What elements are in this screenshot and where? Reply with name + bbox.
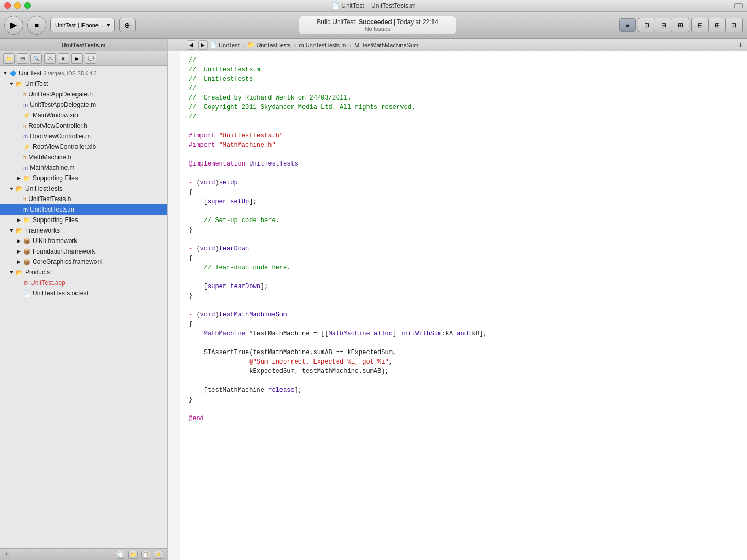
hide-navigator-btn[interactable]: ⊟ (692, 18, 709, 32)
folder-icon: 📂 (16, 269, 23, 276)
tree-item-supporting-files-2[interactable]: ▶ 📁 Supporting Files (0, 215, 167, 225)
tree-item-file[interactable]: m RootViewController.m (0, 131, 167, 141)
breadcrumb-file[interactable]: m UnitTestTests.m (299, 42, 347, 48)
breakpoint-btn[interactable]: 💬 (85, 53, 96, 64)
standard-editor-btn[interactable]: ⊡ (638, 18, 655, 32)
octest-icon: 📄 (23, 290, 30, 297)
hierarchy-btn[interactable]: ⊟ (17, 53, 28, 64)
hide-utilities-btn[interactable]: ⊡ (726, 18, 742, 32)
editor-area: ◀ ▶ 📄 UnitTest › 📁 UnitTestTests › m Uni… (168, 39, 747, 560)
toolbar-right: ≡ ⊡ ⊟ ⊞ ⊟ ⊞ ⊡ (619, 18, 743, 32)
tree-item-file[interactable]: h MathMachine.h (0, 152, 167, 162)
folder-icon-btn[interactable]: 📁 (3, 53, 15, 64)
spacer (16, 91, 22, 97)
version-editor-btn[interactable]: ⊞ (672, 18, 689, 32)
spacer (16, 133, 22, 139)
nav-back-btn[interactable]: ◀ (187, 40, 196, 50)
disclosure-icon: ▶ (16, 259, 22, 265)
breadcrumb-sep: › (349, 42, 351, 48)
close-button[interactable] (4, 2, 11, 9)
spacer (16, 206, 22, 213)
framework-icon: 📦 (23, 248, 30, 255)
tree-label: UnitTest (19, 70, 41, 77)
tree-item-file[interactable]: h RootViewController.h (0, 120, 167, 131)
tree-label: Foundation.framework (33, 248, 95, 255)
scheme-arrow: ▾ (107, 21, 110, 28)
editor-header: ◀ ▶ 📄 UnitTest › 📁 UnitTestTests › m Uni… (168, 39, 747, 51)
tree-item-selected-file[interactable]: m UnitTestTests.m (0, 204, 167, 215)
tree-item-unittesttests-folder[interactable]: ▼ 📂 UnitTestTests (0, 183, 167, 194)
add-item-btn[interactable]: + (4, 549, 10, 560)
tree-label: RootViewController.xib (33, 143, 96, 150)
tree-item-app[interactable]: ⚙ UnitTest.app (0, 278, 167, 288)
folder-icon: 📁 (23, 217, 30, 224)
tree-label: CoreGraphics.framework (33, 258, 102, 266)
clipboard-btn[interactable]: 📋 (141, 551, 150, 559)
tree-label: Supporting Files (33, 216, 78, 224)
run-button[interactable]: ▶ (4, 16, 23, 35)
tree-label: RootViewController.h (28, 122, 88, 129)
project-icon: 🔷 (9, 70, 17, 77)
nav-forward-btn[interactable]: ▶ (198, 40, 208, 50)
code-content[interactable]: // // UnitTestTests.m // UnitTestTests /… (180, 51, 747, 560)
stop-button[interactable]: ■ (27, 16, 46, 35)
breadcrumb-label: UnitTestTests (256, 42, 290, 48)
m-file-icon: m (23, 133, 28, 139)
tree-item-file[interactable]: ⚡ RootViewController.xib (0, 141, 167, 152)
tree-item-file[interactable]: h UnitTestAppDelegate.h (0, 89, 167, 100)
tree-item-unittest-folder[interactable]: ▼ 📂 UnitTest (0, 79, 167, 89)
disclosure-icon: ▼ (8, 227, 15, 234)
code-editor[interactable]: // // UnitTestTests.m // UnitTestTests /… (168, 51, 747, 560)
spacer (16, 280, 22, 286)
breadcrumb-method[interactable]: M -testMathMachineSum (354, 42, 418, 48)
minimize-button[interactable] (14, 2, 21, 9)
tree-label: Products (25, 269, 50, 276)
tree-item-framework[interactable]: ▶ 📦 UIKit.framework (0, 236, 167, 246)
build-status: Build UnitTest: Succeeded | Today at 22:… (140, 16, 615, 35)
tree-item-file[interactable]: m UnitTestAppDelegate.m (0, 100, 167, 110)
filter-bottom-btn[interactable]: ⚡ (154, 551, 163, 559)
tree-item-products[interactable]: ▼ 📂 Products (0, 267, 167, 278)
breadcrumb-folder[interactable]: 📁 UnitTestTests (247, 41, 290, 48)
tree-item-supporting-files-1[interactable]: ▶ 📁 Supporting Files (0, 173, 167, 183)
sidebar-toolbar: 📁 ⊟ 🔍 ⚠ ≡ ▶ 💬 (0, 51, 167, 66)
disclosure-icon: ▼ (8, 269, 15, 276)
filter-btn[interactable]: ≡ (58, 53, 69, 64)
tree-label: UnitTest.app (30, 279, 66, 287)
maximize-button[interactable] (24, 2, 31, 9)
action-button[interactable]: ⊕ (119, 18, 136, 32)
tree-item-frameworks[interactable]: ▼ 📂 Frameworks (0, 225, 167, 236)
tree-item-file[interactable]: m MathMachine.m (0, 162, 167, 173)
folder-icon: 📂 (16, 81, 23, 87)
sidebar-bottom-bar: + 🕐 📁 📋 ⚡ (0, 548, 167, 560)
tree-item-file[interactable]: ⚡ MainWindow.xib (0, 110, 167, 120)
warning-btn[interactable]: ⚠ (44, 53, 56, 64)
tree-label: UnitTestTests.m (30, 206, 74, 213)
tree-item-octest[interactable]: 📄 UnitTestTests.octest (0, 288, 167, 299)
tree-item-root[interactable]: ▼ 🔷 UnitTest 2 targets, iOS SDK 4.3 (0, 68, 167, 79)
search-sidebar-btn[interactable]: 🔍 (30, 53, 42, 64)
tree-label: UnitTestTests.h (28, 195, 71, 203)
tree-label: MainWindow.xib (33, 112, 78, 119)
run-sidebar-btn[interactable]: ▶ (71, 53, 83, 64)
editor-add-tab-btn[interactable]: + (738, 39, 743, 51)
breadcrumb-project[interactable]: 📄 UnitTest (210, 41, 240, 48)
history-btn[interactable]: 🕐 (116, 551, 125, 559)
assistant-editor-btn[interactable]: ⊟ (655, 18, 672, 32)
build-status-box: Build UnitTest: Succeeded | Today at 22:… (299, 16, 456, 35)
disclosure-icon: ▶ (16, 248, 22, 255)
xib-file-icon: ⚡ (23, 144, 30, 150)
tree-item-framework[interactable]: ▶ 📦 Foundation.framework (0, 246, 167, 257)
sidebar-header: UnitTestTests.m (0, 39, 167, 51)
editor-gutter (168, 51, 180, 560)
tree-item-file[interactable]: h UnitTestTests.h (0, 194, 167, 204)
m-file-icon: m (23, 164, 28, 171)
bookmarks-btn[interactable]: 📁 (128, 551, 138, 559)
scheme-selector[interactable]: UnitTest | iPhone ... ▾ (50, 18, 115, 32)
hide-debug-btn[interactable]: ⊞ (709, 18, 726, 32)
h-file-icon: h (23, 154, 26, 160)
tree-item-framework[interactable]: ▶ 📦 CoreGraphics.framework (0, 257, 167, 267)
navigator-toggle[interactable]: ≡ (619, 18, 636, 32)
window-title: 📄 UnitTest – UnitTestTests.m (331, 2, 415, 9)
scheme-label: UnitTest | iPhone ... (55, 22, 105, 28)
